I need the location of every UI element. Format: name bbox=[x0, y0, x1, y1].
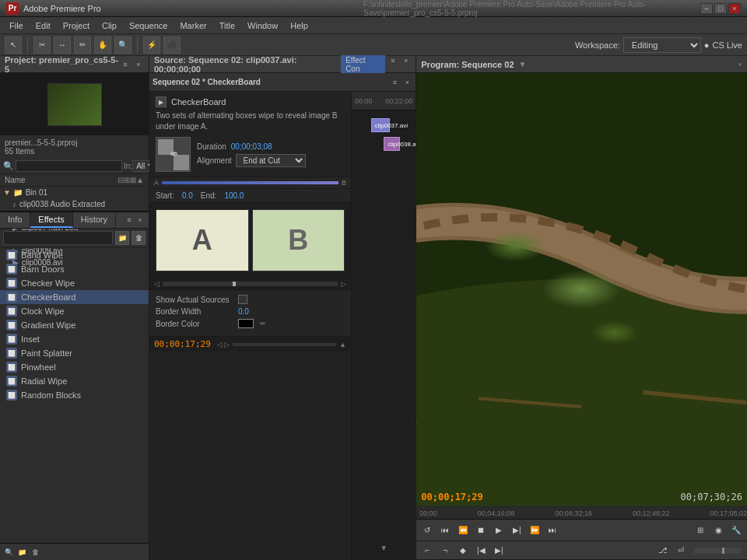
tab-info[interactable]: Info bbox=[0, 212, 30, 228]
menu-file[interactable]: File bbox=[3, 19, 30, 32]
tool-razor[interactable]: ✂ bbox=[33, 37, 51, 54]
ctrl-menu-icon[interactable]: ≡ bbox=[389, 77, 400, 88]
effect-paint-splatter[interactable]: ⬜ Paint Splatter bbox=[0, 346, 149, 360]
show-actual-sources-row: Show Actual Sources bbox=[156, 295, 345, 304]
tool-extra2[interactable]: ⬛ bbox=[163, 37, 181, 54]
timecode-slider[interactable] bbox=[233, 343, 336, 346]
new-folder-icon[interactable]: 📁 bbox=[16, 547, 27, 558]
tool-extra1[interactable]: ⚡ bbox=[143, 37, 160, 54]
minimize-button[interactable]: – bbox=[700, 3, 713, 14]
effects-list: ⬜ Band Wipe ⬜ Barn Doors ⬜ Checker Wipe … bbox=[0, 248, 149, 543]
ruler-mark-3: 00;12;48;22 bbox=[633, 509, 670, 517]
zoom-in-icon[interactable]: 🔍 bbox=[3, 547, 14, 558]
menu-sequence[interactable]: Sequence bbox=[123, 19, 174, 32]
menu-title[interactable]: Title bbox=[213, 19, 241, 32]
effect-con-tab[interactable]: Effect Con bbox=[341, 55, 385, 74]
maximize-button[interactable]: □ bbox=[714, 3, 727, 14]
border-color-picker-icon[interactable]: ✏ bbox=[260, 320, 266, 327]
program-dropdown-icon[interactable]: ▼ bbox=[519, 60, 527, 68]
effects-search-row: 📁 🗑 bbox=[0, 229, 149, 248]
start-value[interactable]: 0.0 bbox=[182, 191, 193, 200]
menu-window[interactable]: Window bbox=[241, 19, 284, 32]
project-search-input[interactable] bbox=[16, 160, 122, 172]
border-width-value[interactable]: 0.0 bbox=[238, 307, 249, 316]
workspace-area: Workspace: Editing ● CS Live bbox=[575, 37, 742, 53]
play-button[interactable]: ▶ bbox=[491, 523, 507, 538]
go-out-button[interactable]: ▶| bbox=[491, 543, 507, 558]
add-marker-button[interactable]: ◆ bbox=[455, 543, 471, 558]
workspace-dropdown[interactable]: Editing bbox=[623, 37, 701, 53]
tool-slip[interactable]: ↔ bbox=[54, 37, 71, 54]
effects-search-input[interactable] bbox=[3, 231, 113, 245]
tool-pen[interactable]: ✏ bbox=[74, 37, 91, 54]
effect-clock-wipe[interactable]: ⬜ Clock Wipe bbox=[0, 304, 149, 318]
show-actual-sources-checkbox[interactable] bbox=[238, 295, 247, 304]
mark-out-button[interactable]: ¬ bbox=[437, 543, 453, 558]
menu-clip[interactable]: Clip bbox=[96, 19, 123, 32]
panel-menu-icon[interactable]: ≡ bbox=[120, 59, 131, 70]
ab-slider bbox=[162, 181, 338, 184]
tab-effects[interactable]: Effects bbox=[30, 212, 72, 228]
volume-slider[interactable] bbox=[694, 548, 741, 554]
monitor-btn-extra3[interactable]: 🔧 bbox=[728, 523, 744, 538]
border-color-swatch[interactable] bbox=[238, 319, 254, 328]
tool-hand[interactable]: ✋ bbox=[94, 37, 111, 54]
tool-zoom[interactable]: 🔍 bbox=[114, 37, 132, 54]
effect-checkerboard[interactable]: ⬜ CheckerBoard bbox=[0, 290, 149, 304]
duration-value[interactable]: 00;00;03;08 bbox=[231, 142, 272, 151]
effects-menu-icon[interactable]: ≡ bbox=[124, 215, 135, 226]
project-item-count: 65 Items bbox=[5, 147, 144, 156]
effect-gradient-wipe[interactable]: ⬜ Gradient Wipe bbox=[0, 318, 149, 332]
in-label: In: bbox=[124, 162, 132, 170]
scrubber-track[interactable] bbox=[163, 282, 338, 286]
ruler-mark-0: 00;00 bbox=[419, 509, 437, 517]
effect-checker-wipe[interactable]: ⬜ Checker Wipe bbox=[0, 276, 149, 290]
keyframe-clips: clip0037.avi clip0038.avi bbox=[352, 110, 416, 173]
rewind-button[interactable]: ⏮ bbox=[437, 523, 453, 538]
step-forward-button[interactable]: ⏩ bbox=[527, 523, 542, 538]
effects-close-icon[interactable]: × bbox=[135, 215, 146, 226]
loop-button[interactable]: ↺ bbox=[419, 523, 435, 538]
fast-forward-button[interactable]: ⏭ bbox=[545, 523, 560, 538]
ctrl-close-icon[interactable]: × bbox=[402, 77, 412, 88]
tool-select[interactable]: ↖ bbox=[5, 37, 22, 54]
play-in-out-button[interactable]: ▶| bbox=[509, 523, 524, 538]
mark-in-button[interactable]: ⌐ bbox=[419, 543, 435, 558]
end-value[interactable]: 100.0 bbox=[224, 191, 244, 200]
source-close-icon[interactable]: × bbox=[401, 55, 412, 66]
delete-icon[interactable]: 🗑 bbox=[30, 547, 40, 558]
delete-effect-button[interactable]: 🗑 bbox=[132, 231, 146, 245]
monitor-btn-extra1[interactable]: ⊞ bbox=[693, 523, 708, 538]
effect-radial-wipe[interactable]: ⬜ Radial Wipe bbox=[0, 374, 149, 388]
menu-project[interactable]: Project bbox=[57, 19, 96, 32]
file-item-clip0038-audio1[interactable]: ♪ clip0038 Audio Extracted bbox=[0, 198, 149, 210]
band-wipe-icon: ⬜ bbox=[6, 250, 17, 261]
tab-history[interactable]: History bbox=[73, 212, 116, 228]
effect-random-blocks[interactable]: ⬜ Random Blocks bbox=[0, 388, 149, 402]
file-item-bin01[interactable]: ▼ 📁 Bin 01 bbox=[0, 187, 149, 198]
program-title: Program: Sequence 02 bbox=[421, 60, 514, 69]
insert-button[interactable]: ⎇ bbox=[655, 543, 671, 558]
effect-pinwheel[interactable]: ⬜ Pinwheel bbox=[0, 360, 149, 374]
overwrite-button[interactable]: ⏎ bbox=[673, 543, 689, 558]
stop-button[interactable]: ⏹ bbox=[473, 523, 489, 538]
alignment-label: Alignment bbox=[197, 156, 231, 165]
menu-help[interactable]: Help bbox=[284, 19, 314, 32]
close-button[interactable]: × bbox=[728, 3, 741, 14]
effect-band-wipe[interactable]: ⬜ Band Wipe bbox=[0, 248, 149, 262]
alignment-dropdown[interactable]: End at Cut Center at Cut Start at Cut bbox=[236, 154, 306, 167]
effects-panel-bottom: 🔍 📁 🗑 bbox=[0, 543, 149, 560]
effect-inset[interactable]: ⬜ Inset bbox=[0, 332, 149, 346]
step-back-button[interactable]: ⏪ bbox=[455, 523, 471, 538]
effect-barn-doors[interactable]: ⬜ Barn Doors bbox=[0, 262, 149, 276]
panel-close-icon[interactable]: × bbox=[133, 59, 144, 70]
menu-marker[interactable]: Marker bbox=[174, 19, 212, 32]
program-close-icon[interactable]: × bbox=[738, 61, 742, 68]
menu-edit[interactable]: Edit bbox=[30, 19, 57, 32]
cb-play-button[interactable]: ▶ bbox=[156, 96, 167, 107]
effect-name: Pinwheel bbox=[21, 362, 56, 372]
monitor-btn-extra2[interactable]: ◉ bbox=[710, 523, 726, 538]
source-menu-icon[interactable]: ≡ bbox=[388, 55, 398, 66]
new-bin-button[interactable]: 📁 bbox=[115, 231, 129, 245]
go-in-button[interactable]: |◀ bbox=[473, 543, 489, 558]
